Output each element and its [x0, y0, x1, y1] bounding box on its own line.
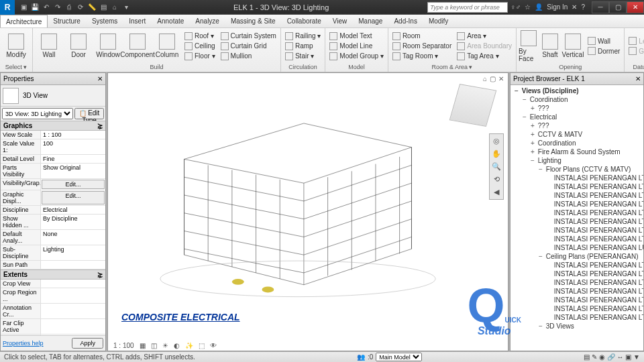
menu-annotate[interactable]: Annotate [152, 15, 190, 27]
area-boundary-button[interactable]: Area Boundary [455, 42, 514, 51]
prop-row-subdisc[interactable]: Sub-DisciplineLighting [1, 245, 105, 261]
sun-path-icon[interactable]: ☀ [161, 342, 170, 349]
minimize-button[interactable]: ─ [592, 1, 609, 13]
maximize-button[interactable]: ▢ [609, 1, 627, 13]
tree-node[interactable]: − Ceiling Plans (PENERANGAN) [512, 252, 642, 261]
shaft-button[interactable]: Shaft [540, 29, 560, 63]
column-button[interactable]: Column [153, 29, 181, 63]
model-group-button[interactable]: Model Group ▾ [327, 52, 386, 61]
area-button[interactable]: Area ▾ [455, 32, 514, 41]
prop-row-crop_reg[interactable]: Crop Region ... [1, 288, 105, 304]
prop-row-hidden[interactable]: Show Hidden ...By Discipline [1, 215, 105, 230]
tree-node[interactable]: INSTALASI PENERANGAN LT. 1 [512, 261, 642, 269]
user-icon[interactable]: 👤 [535, 3, 543, 11]
qat-measure-icon[interactable]: 📏 [87, 3, 97, 12]
menu-collaborate[interactable]: Collaborate [282, 15, 327, 27]
group-label-room[interactable]: Room & Area ▾ [390, 63, 514, 71]
menu-modify[interactable]: Modify [423, 15, 454, 27]
project-tree[interactable]: − Views (Discipline)− Coordination+ ???−… [511, 85, 643, 351]
prop-row-detail[interactable]: Detail LevelFine [1, 155, 105, 164]
tree-node[interactable]: − Floor Plans (CCTV & MATV) [512, 165, 642, 174]
shadows-icon[interactable]: ◐ [172, 342, 181, 349]
tree-node[interactable]: INSTALASI PENERANGAN LT. 2 [512, 269, 642, 278]
tree-node[interactable]: − Views (Discipline) [512, 86, 642, 95]
section-graphics[interactable]: Graphics⋩ [1, 121, 105, 131]
tree-node[interactable]: INSTALASI PENERANGAN LUAR [512, 243, 642, 252]
search-input[interactable] [427, 2, 508, 13]
browser-header[interactable]: Project Browser - ELK 1✕ [511, 73, 643, 85]
rewind-icon[interactable]: ◀ [494, 188, 499, 196]
menu-massing-site[interactable]: Massing & Site [225, 15, 282, 27]
visual-style-icon[interactable]: ◫ [150, 342, 158, 349]
apply-button[interactable]: Apply [72, 338, 103, 349]
prop-row-vg[interactable]: Visibility/Grap...Edit... [1, 179, 105, 190]
menu-structure[interactable]: Structure [48, 15, 87, 27]
tree-node[interactable]: INSTALASI PENERANGAN LT. ATA [512, 217, 642, 226]
wall-button[interactable]: Wall [35, 29, 63, 63]
ceiling-button[interactable]: Ceiling [182, 42, 217, 51]
properties-header[interactable]: Properties✕ [1, 73, 105, 85]
menu-insert[interactable]: Insert [123, 15, 152, 27]
tree-node[interactable]: INSTALASI PENERANGAN LT. 1 [512, 174, 642, 182]
section-extents[interactable]: Extents⋩ [1, 269, 105, 280]
qat-more-icon[interactable]: ▾ [121, 3, 131, 12]
menu-manage[interactable]: Manage [353, 15, 388, 27]
room-separator-button[interactable]: Room Separator [390, 42, 453, 51]
tree-node[interactable]: INSTALASI PENERANGAN LT. BASE [512, 304, 642, 313]
qat-undo-icon[interactable]: ↶ [42, 3, 51, 12]
menu-analyze[interactable]: Analyze [190, 15, 225, 27]
tree-node[interactable]: + Fire Alarm & Sound System [512, 147, 642, 156]
tree-node[interactable]: INSTALASI PENERANGAN LT. DAS [512, 235, 642, 243]
close-icon[interactable]: ✕ [97, 75, 103, 82]
orbit-icon[interactable]: ⟲ [494, 175, 500, 184]
menu-add-ins[interactable]: Add-Ins [388, 15, 423, 27]
pan-icon[interactable]: ✋ [492, 149, 501, 158]
tree-node[interactable]: INSTALASI PENERANGAN LT. BASE [512, 226, 642, 235]
prop-row-scale_value[interactable]: Scale Value 1:100 [1, 139, 105, 155]
qat-sync-icon[interactable]: ⟳ [76, 3, 85, 12]
qat-print-icon[interactable]: ⎙ [64, 3, 74, 12]
modify-button[interactable]: Modify [2, 29, 30, 63]
tree-node[interactable]: INSTALASI PENERANGAN LT. GRO [512, 313, 642, 322]
zoom-icon[interactable]: 🔍 [492, 162, 501, 171]
face-select-icon[interactable]: ▣ [625, 353, 633, 361]
qat-redo-icon[interactable]: ↷ [53, 3, 62, 12]
select-links-icon[interactable]: 🔗 [607, 353, 617, 361]
tree-node[interactable]: INSTALASI PENERANGAN LT. 5 [512, 208, 642, 217]
editable-icon[interactable]: ✎ [592, 353, 599, 361]
instance-selector[interactable]: 3D View: 3D Lighting [2, 108, 73, 119]
filter-select-icon[interactable]: ▼ [633, 353, 640, 361]
prop-row-view_scale[interactable]: View Scale1 : 100 [1, 131, 105, 139]
properties-help-link[interactable]: Properties help [3, 340, 44, 347]
mullion-button[interactable]: Mullion [219, 52, 278, 61]
workset-selector[interactable]: Main Model [376, 353, 422, 361]
render-icon[interactable]: ✨ [184, 342, 195, 349]
tree-node[interactable]: INSTALASI PENERANGAN LT. 3 [512, 278, 642, 287]
curtain-grid-button[interactable]: Curtain Grid [219, 42, 278, 51]
model-text-button[interactable]: Model Text [327, 32, 386, 41]
reveal-icon[interactable]: ◉ [599, 353, 607, 361]
star-icon[interactable]: ☆ [525, 3, 531, 11]
type-selector[interactable]: 3D View [1, 85, 105, 107]
help-icon[interactable]: ? [581, 3, 585, 11]
prop-row-gd[interactable]: Graphic Displ...Edit... [1, 190, 105, 206]
close-view-icon[interactable]: ✕ [498, 75, 504, 82]
menu-systems[interactable]: Systems [87, 15, 123, 27]
qat-section-icon[interactable]: ▤ [99, 3, 108, 12]
tree-node[interactable]: INSTALASI PENERANGAN LT. 5 [512, 296, 642, 304]
qat-3d-icon[interactable]: ⌂ [110, 3, 119, 12]
roof-button[interactable]: Roof ▾ [182, 32, 217, 41]
close-button[interactable]: ✕ [627, 1, 644, 13]
qat-open-icon[interactable]: ▣ [19, 3, 28, 12]
view-menu-icon[interactable]: ▢ [490, 75, 496, 82]
dormer-button[interactable]: Dormer [586, 46, 622, 56]
crop-icon[interactable]: ⬚ [197, 342, 206, 349]
component-button[interactable]: Component [123, 29, 152, 63]
tree-node[interactable]: − 3D Views [512, 322, 642, 330]
prop-row-analy[interactable]: Default Analy...None [1, 230, 105, 245]
vertical-button[interactable]: Vertical [561, 29, 584, 63]
tree-node[interactable]: + CCTV & MATV [512, 130, 642, 139]
steering-wheel-icon[interactable]: ◎ [493, 137, 500, 145]
menu-architecture[interactable]: Architecture [0, 15, 48, 27]
level-button[interactable]: Level [627, 36, 644, 46]
